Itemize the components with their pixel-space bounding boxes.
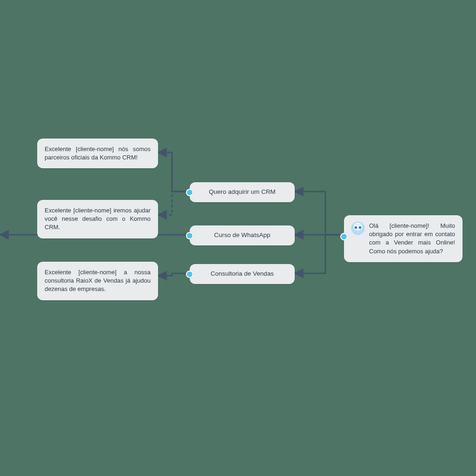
response-node-consultoria[interactable]: Excelente [cliente-nome] a nossa consult…: [37, 262, 158, 300]
greeting-text: Olá [cliente-nome]! Muito obrigado por e…: [369, 222, 455, 256]
port-out-icon[interactable]: [340, 233, 348, 240]
option-node-crm[interactable]: Quero adquirir um CRM: [190, 182, 295, 202]
option-node-whatsapp[interactable]: Curso de WhatsApp: [190, 225, 295, 245]
option-node-consultoria[interactable]: Consultoria de Vendas: [190, 264, 295, 284]
option-label: Curso de WhatsApp: [214, 231, 271, 238]
response-text: Excelente [cliente-nome] nós somos parce…: [45, 145, 151, 161]
response-node-crm-2[interactable]: Excelente [cliente-nome] iremos ajudar v…: [37, 200, 158, 238]
option-label: Quero adquirir um CRM: [209, 188, 275, 195]
response-node-crm-1[interactable]: Excelente [cliente-nome] nós somos parce…: [37, 139, 158, 168]
bot-icon: [351, 222, 364, 235]
option-label: Consultoria de Vendas: [211, 270, 274, 277]
port-out-icon[interactable]: [186, 232, 193, 239]
response-text: Excelente [cliente-nome] a nossa consult…: [45, 269, 151, 292]
greeting-node[interactable]: Olá [cliente-nome]! Muito obrigado por e…: [344, 215, 463, 262]
port-out-icon[interactable]: [186, 189, 193, 196]
response-text: Excelente [cliente-nome] iremos ajudar v…: [45, 207, 151, 231]
flow-canvas[interactable]: Olá [cliente-nome]! Muito obrigado por e…: [0, 0, 476, 476]
port-out-icon[interactable]: [186, 271, 193, 278]
